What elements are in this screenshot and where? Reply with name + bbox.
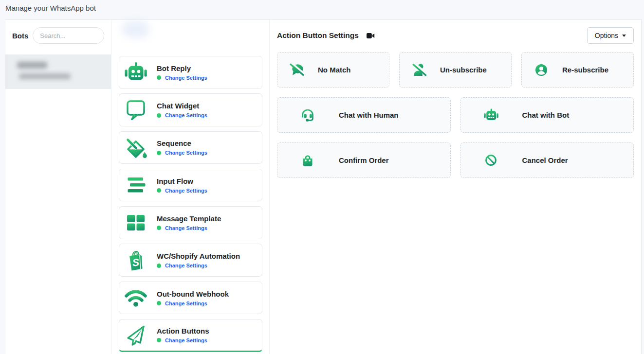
feature-title: Bot Reply xyxy=(157,64,207,72)
caret-down-icon xyxy=(622,35,626,37)
tile-label: No Match xyxy=(318,66,351,74)
tile-label: Un-subscribe xyxy=(440,66,487,74)
feature-card-input-flow[interactable]: Input Flow Change Settings xyxy=(119,169,262,202)
robot-icon xyxy=(484,108,498,122)
redacted-image xyxy=(121,20,149,38)
feature-title: Input Flow xyxy=(157,177,207,185)
feature-card-bot-reply[interactable]: Bot Reply Change Settings xyxy=(119,56,262,89)
video-camera-icon xyxy=(367,33,375,39)
feature-title: Out-bound Webhook xyxy=(157,290,229,298)
ban-icon xyxy=(484,155,498,166)
tile-chat-with-human[interactable]: Chat with Human xyxy=(277,97,451,133)
bars-icon xyxy=(124,177,147,193)
status-dot xyxy=(157,301,161,305)
change-settings-link[interactable]: Change Settings xyxy=(165,263,207,268)
chat-slash-icon xyxy=(290,63,304,77)
wifi-icon xyxy=(124,289,147,307)
svg-text:S: S xyxy=(131,257,139,268)
change-settings-link[interactable]: Change Settings xyxy=(165,337,207,343)
main-card: Bots xyxy=(5,19,642,354)
status-dot xyxy=(157,264,161,268)
sidebar-header: Bots xyxy=(5,20,111,54)
change-settings-link[interactable]: Change Settings xyxy=(165,75,207,81)
topbar: Manage your WhatsApp bot xyxy=(0,0,644,19)
redacted-bot-name xyxy=(17,62,47,69)
tile-re-subscribe[interactable]: Re-subscribe xyxy=(521,52,634,88)
redacted-bot-phone xyxy=(19,73,71,79)
change-settings-link[interactable]: Change Settings xyxy=(165,150,207,156)
tile-cancel-order[interactable]: Cancel Order xyxy=(460,142,634,178)
status-dot xyxy=(157,151,161,155)
feature-card-chat-widget[interactable]: Chat Widget Change Settings xyxy=(119,93,262,126)
change-settings-link[interactable]: Change Settings xyxy=(165,112,207,118)
tile-label: Cancel Order xyxy=(522,156,568,164)
shopping-bag-icon xyxy=(300,155,315,166)
panel-title: Action Button Settings xyxy=(277,31,359,40)
tile-label: Chat with Human xyxy=(339,111,399,119)
user-slash-icon xyxy=(412,63,426,77)
change-settings-link[interactable]: Change Settings xyxy=(165,301,207,306)
bot-list-item[interactable] xyxy=(5,54,111,89)
robot-icon xyxy=(124,62,147,82)
status-dot xyxy=(157,226,161,230)
feature-title: Chat Widget xyxy=(157,102,207,110)
bots-sidebar: Bots xyxy=(5,20,111,354)
tile-label: Re-subscribe xyxy=(562,66,608,74)
feature-card-sequence[interactable]: Sequence Change Settings xyxy=(119,131,262,164)
tile-label: Chat with Bot xyxy=(522,111,570,119)
tile-confirm-order[interactable]: Confirm Order xyxy=(277,142,451,178)
action-button-settings-panel: Action Button Settings Options xyxy=(270,20,641,354)
options-button[interactable]: Options xyxy=(587,27,634,44)
chat-bubble-icon xyxy=(124,100,147,120)
tile-un-subscribe[interactable]: Un-subscribe xyxy=(399,52,512,88)
tile-label: Confirm Order xyxy=(339,156,389,164)
change-settings-link[interactable]: Change Settings xyxy=(165,188,207,194)
feature-card-action-buttons[interactable]: Action Buttons Change Settings xyxy=(119,319,262,352)
options-label: Options xyxy=(595,32,618,39)
tile-no-match[interactable]: No Match xyxy=(277,52,389,88)
feature-card-shopify[interactable]: S WC/Shopify Automation Change Settings xyxy=(119,244,262,277)
page-title: Manage your WhatsApp bot xyxy=(5,4,96,12)
feature-title: Sequence xyxy=(157,139,207,147)
grid-icon xyxy=(124,215,147,230)
paint-bucket-icon xyxy=(124,137,147,159)
user-circle-icon xyxy=(534,64,549,76)
shopify-bag-icon: S xyxy=(124,249,147,271)
feature-title: Message Template xyxy=(157,214,221,223)
search-input[interactable] xyxy=(33,27,104,44)
bots-label: Bots xyxy=(12,32,28,40)
change-settings-link[interactable]: Change Settings xyxy=(165,225,207,231)
status-dot xyxy=(157,188,161,193)
headset-icon xyxy=(300,108,315,122)
feature-title: WC/Shopify Automation xyxy=(157,252,240,260)
feature-card-webhook[interactable]: Out-bound Webhook Change Settings xyxy=(119,282,262,315)
status-dot xyxy=(157,338,161,342)
paper-plane-icon xyxy=(124,324,147,346)
feature-title: Action Buttons xyxy=(157,327,209,335)
feature-card-message-template[interactable]: Message Template Change Settings xyxy=(119,206,262,239)
status-dot xyxy=(157,113,161,118)
feature-list: Bot Reply Change Settings Chat Widget C xyxy=(111,20,270,354)
status-dot xyxy=(157,75,161,80)
tile-chat-with-bot[interactable]: Chat with Bot xyxy=(460,97,634,133)
